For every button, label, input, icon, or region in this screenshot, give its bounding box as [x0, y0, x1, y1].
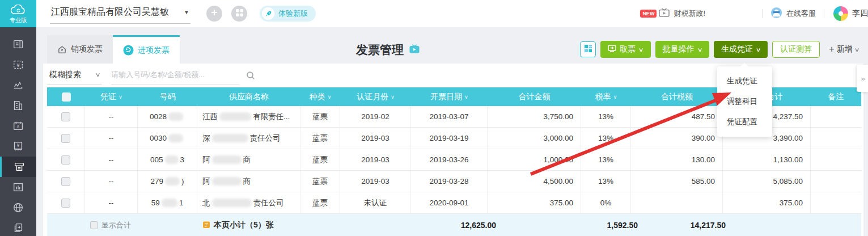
add-account-button[interactable] [206, 6, 222, 22]
cell-voucher: -- [85, 192, 138, 213]
fetch-invoice-button[interactable]: 取票 ∨ [600, 41, 650, 58]
cell-number: 0028 [138, 106, 197, 127]
card-view-button[interactable] [580, 41, 596, 57]
user-avatar[interactable] [833, 6, 848, 21]
try-new-version-button[interactable]: 体验新版 [260, 6, 316, 22]
table-row[interactable]: --591北责任公司蓝票未认证2020-09-01375.000%375.00 [47, 192, 861, 214]
cell-tax: 487.50 [631, 106, 723, 127]
cell-number: 591 [138, 192, 197, 213]
online-service-link[interactable]: 在线客服 [770, 7, 816, 20]
column-header-date[interactable]: 开票日期∨ [411, 92, 488, 102]
row-checkbox[interactable] [61, 112, 70, 121]
row-checkbox[interactable] [61, 134, 70, 143]
cell-amount: 4,500.00 [488, 171, 581, 192]
news-link[interactable]: NEW 财税新政! [640, 8, 705, 19]
sales-invoice-icon [57, 45, 67, 54]
cell-remark [811, 106, 861, 127]
menu-item-adjust-subject[interactable]: 调整科目 [717, 91, 772, 112]
app-logo[interactable]: 专业版 [0, 0, 36, 27]
batch-actions-label: 批量操作 [663, 44, 695, 54]
certify-calc-button[interactable]: 认证测算 [772, 41, 820, 58]
row-checkbox[interactable] [61, 155, 70, 165]
purchase-invoice-icon [123, 45, 134, 56]
caret-down-icon: ∨ [854, 47, 859, 53]
search-icon[interactable] [246, 71, 255, 80]
tab-purchase-invoice[interactable]: 进项发票 [113, 35, 180, 64]
sort-caret-icon: ∨ [328, 94, 332, 100]
batch-actions-button[interactable]: 批量操作 ∨ [655, 41, 709, 58]
menu-item-generate-voucher[interactable]: 生成凭证 [717, 71, 772, 91]
menu-item-voucher-config[interactable]: 凭证配置 [717, 112, 772, 132]
sort-caret-icon: ∨ [613, 94, 617, 100]
row-checkbox[interactable] [61, 199, 70, 208]
sidebar-item-cash[interactable]: ¥ [0, 54, 36, 75]
news-label: 财税新政! [674, 9, 705, 19]
cell-supplier: 深责任公司 [197, 128, 300, 149]
company-selector[interactable]: 江西服宝精品有限公司吴慧敏 ▼ [50, 4, 190, 24]
topbar-right: NEW 财税新政! 在线客服 李四 [640, 0, 868, 27]
sidebar-item-analysis[interactable] [0, 75, 36, 95]
sidebar-item-docs[interactable] [0, 218, 36, 236]
cell-rate: 13% [581, 106, 631, 127]
column-header-rate[interactable]: 税率∨ [581, 92, 631, 102]
column-header-amount: 合计金额 [488, 92, 581, 102]
svg-text:¥: ¥ [16, 62, 20, 68]
toolbar: 取票 ∨ 批量操作 ∨ 生成凭证 ∨ 认证测算 + 新增 ∨ [580, 41, 859, 58]
table-row[interactable]: --0053阿商蓝票2019-032019-03-261,000.0013%13… [47, 149, 861, 171]
column-header-month[interactable]: 认证月份∨ [340, 92, 411, 102]
sidebar-item-journal[interactable] [0, 34, 36, 54]
cell-remark [811, 171, 861, 192]
caret-down-icon: ∨ [95, 71, 101, 78]
svg-text:8: 8 [17, 124, 19, 129]
cell-supplier: 江西有限责任... [197, 106, 300, 127]
edition-label: 专业版 [10, 18, 27, 23]
redacted-text [212, 177, 242, 186]
cell-supplier: 阿商 [197, 171, 300, 192]
column-header-voucher[interactable]: 凭证∨ [85, 92, 138, 102]
cell-date: 2020-09-01 [411, 192, 488, 213]
cell-type: 蓝票 [300, 149, 340, 170]
search-mode-select[interactable]: 模糊搜索 ∨ [47, 66, 102, 85]
cell-amount: 3,750.00 [488, 106, 581, 127]
cell-supplier: 北责任公司 [197, 192, 300, 213]
add-new-button[interactable]: + 新增 ∨ [829, 44, 859, 54]
cell-tax: 585.00 [631, 171, 723, 192]
sidebar-item-report[interactable] [0, 177, 36, 197]
column-header-type[interactable]: 种类∨ [300, 92, 340, 102]
tab-sales-invoice[interactable]: 销项发票 [47, 35, 113, 64]
sidebar-item-company[interactable] [0, 95, 36, 116]
cell-month: 2019-03 [340, 128, 411, 149]
cell-remark [811, 128, 861, 149]
sidebar-item-tax-receipt[interactable]: ¥ [0, 136, 36, 157]
video-help-icon[interactable] [409, 44, 420, 56]
sidebar-item-calendar[interactable]: 8 [0, 116, 36, 136]
redacted-text [165, 177, 180, 186]
search-input[interactable] [111, 67, 239, 85]
sidebar: 专业版 ¥ 8 ¥ [0, 0, 36, 236]
cell-total: 5,085.00 [723, 171, 811, 192]
sidebar-item-invoice-active[interactable] [0, 157, 36, 177]
rocket-icon [262, 7, 274, 20]
cell-remark [811, 192, 861, 213]
cell-remark [811, 149, 861, 170]
generate-voucher-button[interactable]: 生成凭证 ∨ [714, 41, 768, 58]
user-name[interactable]: 李四 [852, 9, 868, 19]
row-checkbox[interactable] [61, 177, 70, 186]
sidebar-item-globe[interactable] [0, 197, 36, 218]
sort-caret-icon: ∨ [391, 94, 395, 100]
summary-amount: 12,625.00 [410, 221, 503, 230]
apps-grid-button[interactable] [231, 6, 247, 22]
select-all-checkbox[interactable] [62, 92, 71, 102]
ticket-icon [608, 45, 616, 54]
table-row[interactable]: --279)阿商蓝票2019-032019-03-284,500.0013%58… [47, 171, 861, 192]
show-total-checkbox[interactable] [90, 221, 98, 229]
redacted-text [212, 134, 248, 142]
fetch-invoice-label: 取票 [620, 44, 636, 54]
cell-amount: 1,000.00 [488, 149, 581, 170]
expand-panel-handle[interactable]: » [857, 65, 868, 92]
grid-icon [236, 9, 243, 19]
caret-down-icon: ▼ [184, 9, 189, 15]
cell-rate: 13% [581, 149, 631, 170]
tab-sales-label: 销项发票 [71, 44, 103, 54]
sort-caret-icon: ∨ [118, 94, 122, 100]
